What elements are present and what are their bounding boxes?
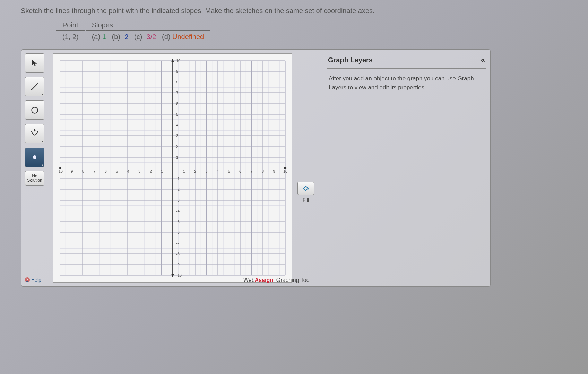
fill-button[interactable] — [297, 182, 314, 195]
line-tool-button[interactable] — [25, 77, 44, 96]
svg-text:1: 1 — [183, 169, 185, 173]
svg-text:3: 3 — [205, 169, 207, 173]
pointer-tool-button[interactable] — [25, 53, 44, 73]
svg-text:4: 4 — [176, 123, 178, 127]
coordinate-grid: -10-9-8-7-6-5-4-3-2-112345678910-10-9-8-… — [53, 54, 292, 282]
svg-text:-7: -7 — [92, 169, 96, 173]
brand-footer: WebAssign. Graphing Tool — [243, 277, 311, 283]
graphing-tool-frame: No Solution ? Help -10-9-8-7-6-5-4-3-2-1… — [21, 49, 491, 287]
svg-text:-1: -1 — [176, 177, 180, 181]
slope-b-value: -2 — [122, 33, 129, 41]
parabola-tool-button[interactable] — [25, 124, 44, 143]
slope-d-label: (d) — [162, 33, 170, 41]
no-solution-button[interactable]: No Solution — [25, 171, 44, 186]
collapse-button[interactable]: « — [481, 55, 485, 64]
graph-layers-body: After you add an object to the graph you… — [327, 69, 486, 97]
slopes-cell: (a) 1 (b) -2 (c) -3/2 (d) Undefined — [86, 32, 210, 42]
help-link[interactable]: ? Help — [25, 277, 49, 283]
svg-text:9: 9 — [273, 169, 275, 173]
svg-text:-7: -7 — [176, 241, 180, 245]
svg-point-3 — [32, 107, 37, 113]
svg-text:-6: -6 — [176, 230, 180, 234]
svg-text:-3: -3 — [176, 198, 180, 202]
header-point: Point — [56, 20, 85, 31]
header-slopes: Slopes — [86, 20, 210, 31]
svg-text:6: 6 — [239, 169, 241, 173]
slope-d-value: Undefined — [172, 33, 204, 41]
graph-layers-title: Graph Layers — [328, 56, 373, 64]
point-slope-table: Point Slopes (1, 2) (a) 1 (b) -2 (c) -3/… — [55, 19, 211, 43]
toolbar: No Solution ? Help — [25, 53, 49, 283]
svg-text:-5: -5 — [176, 220, 180, 224]
help-icon: ? — [25, 277, 30, 282]
svg-text:-9: -9 — [176, 262, 180, 267]
svg-marker-133 — [58, 167, 61, 169]
svg-text:3: 3 — [176, 134, 178, 138]
svg-text:-1: -1 — [160, 169, 163, 173]
svg-text:-10: -10 — [176, 273, 182, 277]
svg-text:7: 7 — [176, 91, 178, 95]
slope-b-label: (b) — [112, 33, 120, 41]
svg-text:-4: -4 — [126, 169, 129, 173]
brand-assign: Assign — [255, 277, 273, 283]
svg-text:9: 9 — [176, 69, 178, 73]
svg-text:-8: -8 — [81, 169, 84, 173]
svg-text:-2: -2 — [148, 169, 152, 173]
svg-text:-9: -9 — [70, 169, 73, 173]
svg-text:-10: -10 — [57, 169, 63, 173]
svg-text:7: 7 — [250, 169, 252, 173]
svg-text:5: 5 — [176, 112, 178, 116]
help-label: Help — [31, 277, 41, 283]
graph-layers-panel: Graph Layers « After you add an object t… — [327, 53, 486, 283]
svg-line-0 — [32, 83, 37, 89]
svg-text:5: 5 — [228, 169, 230, 173]
point-tool-button[interactable] — [25, 148, 44, 167]
slope-c-value: -3/2 — [144, 33, 156, 41]
no-solution-label: No Solution — [27, 174, 42, 183]
svg-text:2: 2 — [194, 169, 196, 173]
svg-text:4: 4 — [217, 169, 219, 173]
graph-canvas[interactable]: -10-9-8-7-6-5-4-3-2-112345678910-10-9-8-… — [53, 53, 292, 283]
svg-marker-4 — [34, 129, 36, 132]
svg-marker-134 — [171, 59, 174, 62]
question-text: Sketch the lines through the point with … — [21, 7, 567, 15]
svg-text:8: 8 — [176, 80, 178, 84]
svg-text:8: 8 — [262, 169, 264, 173]
svg-marker-135 — [171, 274, 174, 277]
svg-text:-5: -5 — [115, 169, 118, 173]
brand-web: Web — [243, 277, 255, 283]
slope-c-label: (c) — [134, 33, 142, 41]
svg-text:6: 6 — [176, 101, 178, 106]
slope-a-label: (a) — [92, 33, 100, 41]
brand-suffix: . Graphing Tool — [273, 277, 311, 283]
svg-text:-4: -4 — [176, 209, 180, 213]
fill-label: Fill — [303, 197, 309, 203]
svg-text:-2: -2 — [176, 187, 180, 192]
fill-box: Fill — [295, 102, 316, 283]
circle-tool-button[interactable] — [25, 100, 44, 120]
svg-text:1: 1 — [176, 155, 178, 159]
svg-text:-8: -8 — [176, 252, 180, 256]
svg-point-5 — [33, 155, 36, 159]
svg-marker-132 — [284, 167, 287, 169]
svg-text:2: 2 — [176, 144, 178, 149]
svg-text:-3: -3 — [137, 169, 141, 173]
svg-text:10: 10 — [176, 59, 180, 63]
svg-text:10: 10 — [283, 169, 287, 173]
svg-text:-6: -6 — [103, 169, 107, 173]
point-value: (1, 2) — [56, 32, 85, 42]
slope-a-value: 1 — [102, 33, 106, 41]
